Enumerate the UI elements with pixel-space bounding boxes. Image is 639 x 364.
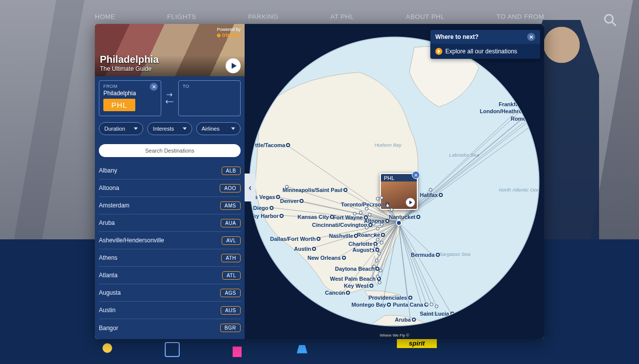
map-dot-icon[interactable] — [380, 196, 383, 199]
nav-item-at-phl[interactable]: AT PHL — [330, 13, 354, 20]
destination-row[interactable]: AustinAUS — [99, 302, 241, 319]
map-city-label[interactable]: Providenciales — [368, 295, 412, 301]
map-city-label[interactable]: Frankfurt — [499, 101, 528, 107]
map-city-label[interactable]: Bermuda — [411, 252, 440, 258]
destination-row[interactable]: AtlantaATL — [99, 267, 241, 284]
map-dot-icon[interactable] — [365, 207, 368, 210]
map-dot-icon[interactable] — [534, 106, 537, 110]
close-icon[interactable]: ✕ — [527, 33, 535, 41]
destination-row[interactable]: ArubaAUA — [99, 214, 241, 232]
map-city-label[interactable]: Fort Wayne — [333, 214, 368, 220]
play-icon[interactable] — [406, 198, 415, 207]
map-dot-icon[interactable] — [376, 238, 379, 241]
nav-item-flights[interactable]: FLIGHTS — [167, 13, 196, 20]
map-dot-icon[interactable] — [532, 123, 535, 127]
play-button[interactable] — [226, 58, 241, 73]
from-box[interactable]: FROM Philadelphia PHL ✕ — [99, 80, 161, 116]
map-city-label[interactable]: New Orleans — [308, 255, 346, 261]
nav-item-home[interactable]: HOME — [95, 13, 115, 20]
transport-icon — [165, 342, 180, 357]
map-dot-icon[interactable] — [374, 245, 377, 248]
map-dot-icon[interactable] — [530, 118, 533, 122]
shield-icon — [100, 342, 115, 357]
map-city-label[interactable]: West Palm Beach — [330, 276, 381, 282]
map-dot-icon[interactable] — [429, 188, 432, 191]
map-city-label[interactable]: ttle/Tacoma — [255, 142, 290, 148]
map-dot-icon[interactable] — [376, 275, 379, 278]
map-dot-icon[interactable] — [359, 211, 362, 214]
map-dot-icon[interactable] — [379, 269, 382, 272]
map-dot-icon[interactable] — [430, 303, 433, 306]
map-city-label[interactable]: Montego Bay — [351, 302, 391, 308]
map-dot-icon[interactable] — [375, 259, 378, 262]
map-city-label[interactable]: Nashville — [329, 233, 358, 239]
map-city-label[interactable]: Cincinnati/Covington — [312, 222, 372, 228]
globe[interactable]: Hudson Bay Labrador Sea North Atlantic O… — [250, 37, 539, 326]
map-city-label[interactable]: London/Heathrow — [480, 108, 532, 114]
map-dot-icon[interactable] — [376, 197, 379, 200]
map-dot-icon[interactable] — [372, 222, 375, 225]
map-dot-icon[interactable] — [378, 281, 381, 284]
clear-from-icon[interactable]: ✕ — [150, 83, 158, 91]
map-city-label[interactable]: Aruba — [395, 317, 416, 323]
map-dot-icon[interactable] — [535, 111, 538, 115]
map-pane[interactable]: Hudson Bay Labrador Sea North Atlantic O… — [245, 24, 544, 339]
map-dot-icon[interactable] — [372, 265, 376, 268]
map-city-label[interactable]: Cancún — [325, 290, 350, 296]
map-city-label[interactable]: Key West — [344, 283, 373, 289]
map-dot-icon[interactable] — [435, 305, 438, 308]
filter-duration[interactable]: Duration — [99, 122, 143, 135]
map-city-label[interactable]: Rome — [511, 116, 531, 122]
map-dot-icon[interactable] — [390, 208, 393, 211]
collapse-sidebar-handle[interactable]: ‹ — [245, 174, 256, 201]
map-city-label[interactable]: Austin — [294, 246, 316, 252]
map-city-label[interactable]: Kansas City — [298, 214, 334, 220]
to-box[interactable]: TO — [178, 80, 241, 116]
map-city-label[interactable]: Minneapolis/Saint Paul — [283, 187, 347, 193]
search-input[interactable]: Search Destinations — [99, 144, 241, 157]
map-city-label[interactable]: Halifax — [420, 192, 443, 198]
map-city-label[interactable]: Denver — [280, 198, 304, 204]
map-dot-icon[interactable] — [425, 303, 428, 306]
destination-row[interactable]: BangorBGR — [99, 319, 241, 337]
nav-item-about-phl[interactable]: ABOUT PHL — [406, 13, 445, 20]
filter-airlines[interactable]: Airlines — [196, 122, 241, 135]
search-icon[interactable] — [603, 13, 617, 27]
map-city-label[interactable]: Punta Cana — [393, 302, 428, 308]
map-dot-icon[interactable] — [380, 241, 383, 244]
map-city-label[interactable]: Nantucket — [389, 214, 420, 220]
destination-row[interactable]: AthensATH — [99, 249, 241, 267]
destination-row[interactable]: Asheville/HendersonvilleAVL — [99, 232, 241, 249]
map-city-label[interactable]: Charlotte — [348, 241, 377, 247]
map-city-label[interactable]: as Vegas — [252, 194, 280, 200]
map-city-label[interactable]: ky Harbor — [253, 213, 284, 219]
map-dot-icon[interactable] — [376, 227, 379, 230]
map-dot-icon[interactable] — [365, 226, 368, 229]
destination-row[interactable]: AltoonaAOO — [99, 180, 241, 197]
map-city-label[interactable]: Diego — [253, 205, 274, 211]
map-dot-icon[interactable] — [353, 212, 356, 215]
map-city-label[interactable]: Dallas/Fort Worth — [270, 236, 320, 242]
destination-row[interactable]: AlbanyALB — [99, 162, 241, 180]
map-dot-icon[interactable] — [368, 213, 371, 216]
map-dot-icon[interactable] — [370, 249, 373, 252]
map-dot-icon[interactable] — [377, 252, 381, 255]
destination-row[interactable]: AugustaAGS — [99, 284, 241, 302]
map-city-label[interactable]: Saint Lucia — [420, 311, 454, 317]
nav-item-to-and-from[interactable]: TO AND FROM — [496, 13, 544, 20]
popup-body[interactable]: Explore all our destinations — [430, 44, 540, 59]
popup-link[interactable]: Explore all our destinations — [445, 48, 517, 55]
map-dot-icon[interactable] — [371, 234, 374, 237]
nav-item-parking[interactable]: PARKING — [248, 13, 279, 20]
map-dot-icon[interactable] — [380, 223, 383, 226]
destination-row[interactable]: AmsterdamAMS — [99, 197, 241, 214]
phl-hub-dot[interactable] — [396, 220, 402, 226]
close-icon[interactable]: ✕ — [412, 171, 420, 179]
map-dot-icon[interactable] — [386, 204, 389, 207]
filter-interests[interactable]: Interests — [147, 122, 192, 135]
map-city-label[interactable]: Toronto/Pearson — [341, 201, 389, 207]
swap-button[interactable] — [161, 80, 178, 116]
bag-icon — [230, 342, 245, 357]
map-dot-icon[interactable] — [370, 203, 373, 206]
map-dot-icon[interactable] — [285, 185, 289, 188]
